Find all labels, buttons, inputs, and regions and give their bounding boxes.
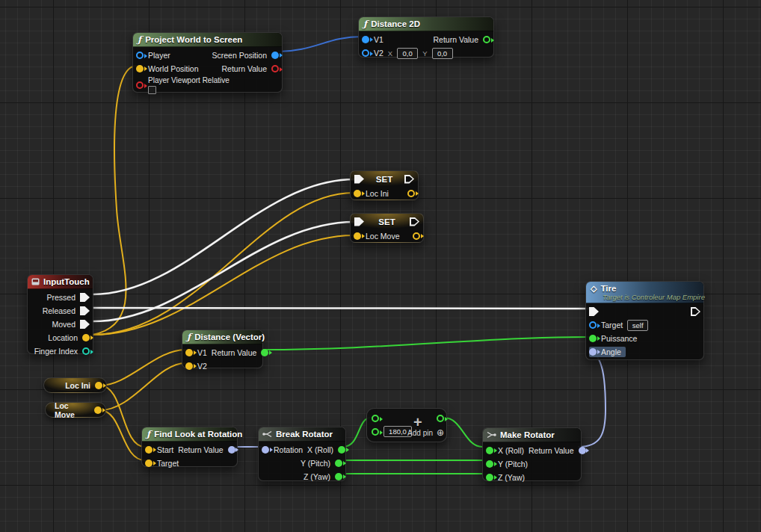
player-viewport-relative-pin[interactable] [136, 81, 144, 89]
node-header[interactable]: Make Rotator [483, 428, 581, 442]
return-value-pin[interactable] [271, 65, 279, 72]
node-find-look-at-rotation[interactable]: ƒ Find Look at Rotation Start Return Val… [141, 427, 238, 467]
node-make-rotator[interactable]: Make Rotator X (Roll) Return Value Y (Pi… [482, 427, 582, 481]
function-icon: ƒ [138, 34, 141, 45]
node-distance-2d[interactable]: ƒ Distance 2D V1 Return Value V2 X 0,0 Y… [358, 16, 494, 58]
x-roll-pin[interactable] [486, 447, 493, 454]
target-self-field[interactable]: self [627, 320, 648, 331]
node-get-loc-ini[interactable]: Loc Ini [43, 377, 107, 393]
v1-pin[interactable] [362, 36, 369, 43]
rotation-pin[interactable] [262, 446, 269, 454]
pressed-exec-pin[interactable] [80, 293, 90, 302]
v2-y-value-field[interactable]: 0,0 [432, 48, 453, 59]
wire-locmove-to-distance-v2[interactable] [100, 363, 185, 410]
pin-label: Player [148, 51, 170, 60]
return-value-pin[interactable] [228, 446, 235, 454]
angle-pin[interactable] [589, 348, 597, 356]
exec-out-pin[interactable] [691, 307, 700, 316]
wire-distance-to-puissance[interactable] [262, 337, 589, 350]
exec-in-pin[interactable] [589, 307, 599, 316]
screen-position-pin[interactable] [271, 52, 279, 59]
y-pitch-pin[interactable] [486, 460, 493, 468]
pin-label: V2 [197, 362, 207, 371]
node-project-world-to-screen[interactable]: ƒ Project World to Screen Player Screen … [132, 32, 283, 93]
z-yaw-pin[interactable] [335, 473, 342, 480]
loc-ini-output-pin[interactable] [95, 382, 102, 389]
touch-icon [31, 278, 40, 285]
wire-make-rotator-to-angle[interactable] [579, 350, 606, 447]
wire-released-to-tire[interactable] [93, 308, 589, 309]
v2-x-value-field[interactable]: 0,0 [397, 48, 418, 59]
pin-label: World Position [148, 64, 199, 73]
released-exec-pin[interactable] [80, 306, 90, 315]
player-pin[interactable] [136, 52, 144, 59]
loc-ini-output-pin[interactable] [407, 190, 415, 197]
node-set-loc-move[interactable]: SET Loc Move [350, 213, 424, 243]
node-tire[interactable]: ◇ Tire Target is Controleur Map Empire T… [585, 281, 704, 360]
return-value-pin[interactable] [579, 447, 586, 454]
v2-pin[interactable] [362, 49, 369, 57]
target-pin[interactable] [589, 321, 597, 329]
finger-index-pin[interactable] [82, 347, 90, 355]
wire-locini-to-distance-v1[interactable] [100, 350, 185, 386]
return-value-pin[interactable] [483, 36, 490, 43]
puissance-pin[interactable] [589, 335, 597, 342]
wire-location-to-set-locini[interactable] [93, 193, 354, 335]
world-position-pin[interactable] [136, 65, 144, 72]
add-pin-icon[interactable]: ⊕ [437, 427, 444, 438]
add-output-pin[interactable] [437, 415, 444, 422]
z-yaw-pin[interactable] [486, 474, 493, 481]
player-viewport-relative-checkbox[interactable] [148, 86, 156, 94]
node-set-loc-ini[interactable]: SET Loc Ini [350, 170, 419, 200]
exec-out-pin[interactable] [404, 175, 414, 184]
pin-label: Location [48, 333, 78, 342]
pin-label: Loc Ini [366, 189, 389, 198]
pin-label: V2 [374, 49, 383, 58]
node-header[interactable]: ◇ Tire Target is Controleur Map Empire [586, 282, 703, 303]
pin-label: V1 [197, 348, 207, 357]
pin-label: Z (Yaw) [304, 472, 330, 481]
wire-pressed-to-set-locini[interactable] [93, 179, 354, 294]
node-title: SET [364, 175, 404, 184]
start-pin[interactable] [145, 446, 152, 454]
add-input-a-pin[interactable] [372, 415, 379, 422]
y-axis-label: Y [422, 49, 427, 58]
node-get-loc-move[interactable]: Loc Move [45, 402, 106, 418]
exec-out-pin[interactable] [410, 217, 419, 226]
function-call-icon: ◇ [591, 284, 597, 294]
pin-label: Puissance [601, 334, 637, 343]
loc-move-output-pin[interactable] [94, 406, 102, 414]
node-header[interactable]: ƒ Project World to Screen [133, 33, 282, 47]
node-break-rotator[interactable]: Break Rotator Rotation X (Roll) Y (Pitch… [258, 427, 346, 481]
v1-pin[interactable] [185, 349, 193, 356]
pin-label: Z (Yaw) [498, 473, 525, 482]
blueprint-graph-canvas[interactable]: ƒ Project World to Screen Player Screen … [0, 0, 761, 532]
return-value-pin[interactable] [261, 349, 268, 356]
exec-in-pin[interactable] [354, 175, 364, 184]
node-header[interactable]: ƒ Distance 2D [359, 17, 493, 31]
node-input-touch[interactable]: InputTouch Pressed Released Moved Locati… [27, 274, 93, 354]
y-pitch-pin[interactable] [335, 460, 342, 467]
node-title: Tire [600, 284, 616, 294]
pin-label: Return Value [221, 64, 267, 73]
node-header[interactable]: InputTouch [28, 275, 93, 289]
loc-move-output-pin[interactable] [413, 232, 420, 240]
wire-add-to-make-xroll[interactable] [444, 418, 482, 447]
wire-screen-position-to-distance2d-v1[interactable] [278, 37, 362, 52]
loc-ini-input-pin[interactable] [354, 190, 361, 197]
moved-exec-pin[interactable] [80, 320, 90, 329]
add-input-b-pin[interactable] [372, 428, 379, 436]
location-pin[interactable] [82, 334, 90, 341]
node-header[interactable]: ƒ Distance (Vector) [182, 330, 262, 344]
v2-pin[interactable] [185, 362, 193, 370]
wire-location-to-set-locmove[interactable] [93, 235, 354, 335]
target-pin[interactable] [145, 460, 152, 467]
node-header[interactable]: ƒ Find Look at Rotation [142, 427, 237, 442]
node-header[interactable]: Break Rotator [259, 427, 345, 442]
node-distance-vector[interactable]: ƒ Distance (Vector) V1 Return Value V2 [182, 330, 263, 368]
x-roll-pin[interactable] [338, 446, 345, 454]
exec-in-pin[interactable] [354, 217, 364, 226]
function-icon: ƒ [147, 429, 150, 439]
node-add-float[interactable]: 180,0 + Add pin ⊕ [366, 408, 447, 442]
loc-move-input-pin[interactable] [354, 232, 361, 240]
